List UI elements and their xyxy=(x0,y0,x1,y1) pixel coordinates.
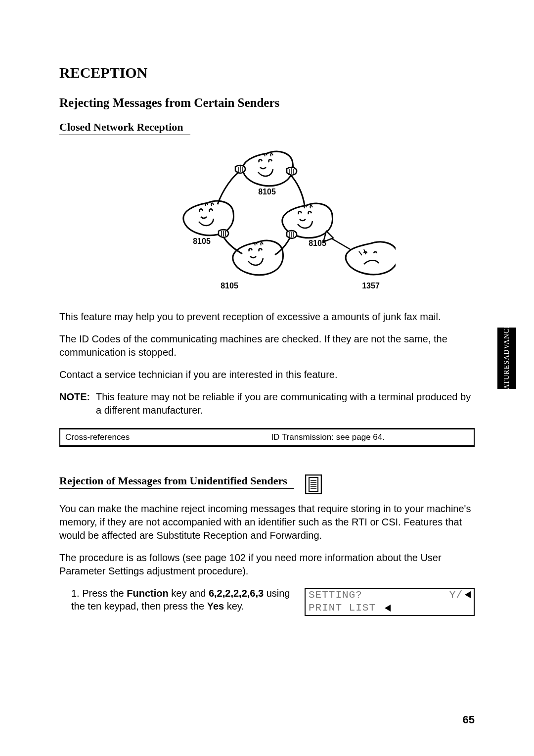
side-tab-line1: ADVANCED xyxy=(503,318,510,360)
step-1-t1: Press the xyxy=(82,588,127,599)
triangle-left-icon xyxy=(385,605,391,612)
side-tab-advanced-features: ADVANCED FEATURES xyxy=(497,328,516,389)
para-procedure-intro: The procedure is as follows (see page 10… xyxy=(59,551,475,578)
para-id-codes: The ID Codes of the communicating machin… xyxy=(59,332,475,359)
step-1-text: 1. Press the Function key and 6,2,2,2,2,… xyxy=(59,587,296,613)
step-1-t2: key and xyxy=(169,588,209,599)
step-1-row: 1. Press the Function key and 6,2,2,2,2,… xyxy=(59,587,475,616)
memory-icon xyxy=(305,474,322,494)
triangle-left-icon xyxy=(465,591,471,598)
fig-label-outside: 1357 xyxy=(362,282,380,290)
lcd-line2-left: PRINT LIST xyxy=(309,602,391,614)
lcd-line1-left: SETTING? xyxy=(309,589,362,602)
heading-reception: RECEPTION xyxy=(59,64,475,81)
page-number: 65 xyxy=(463,713,475,726)
xref-item: ID Transmission: see page 64. xyxy=(271,432,469,442)
subheading-rejection-unidentified: Rejection of Messages from Unidentified … xyxy=(59,474,294,489)
para-junk-fax: This feature may help you to prevent rec… xyxy=(59,310,475,324)
fig-label-bottom: 8105 xyxy=(221,282,238,290)
cross-references-box: Cross-references ID Transmission: see pa… xyxy=(59,428,475,447)
step-1-b3: Yes xyxy=(207,601,224,612)
subheading-closed-network: Closed Network Reception xyxy=(59,121,190,135)
fig-label-left: 8105 xyxy=(193,237,211,245)
note-body: This feature may not be reliable if you … xyxy=(96,390,475,417)
para-contact-tech: Contact a service technician if you are … xyxy=(59,368,475,381)
xref-title: Cross-references xyxy=(65,432,130,442)
para-reject-unidentified: You can make the machine reject incoming… xyxy=(59,502,475,542)
lcd-line1-right: Y/ xyxy=(449,589,471,602)
step-1-b1: Function xyxy=(127,588,168,599)
heading-rejecting-messages: Rejecting Messages from Certain Senders xyxy=(59,96,475,110)
note-row: NOTE: This feature may not be reliable i… xyxy=(59,390,475,417)
figure-closed-network: 8105 8105 8105 8105 1357 xyxy=(59,146,475,301)
side-tab-line2: FEATURES xyxy=(503,360,510,398)
step-1-t4: key. xyxy=(224,601,244,612)
note-label: NOTE: xyxy=(59,390,96,417)
lcd-display: SETTING? Y/ PRINT LIST xyxy=(305,588,475,616)
step-1-b2: 6,2,2,2,2,6,3 xyxy=(209,588,264,599)
fig-label-right-in: 8105 xyxy=(309,239,326,247)
step-1-num: 1. xyxy=(71,588,80,599)
fig-label-top: 8105 xyxy=(258,188,276,196)
